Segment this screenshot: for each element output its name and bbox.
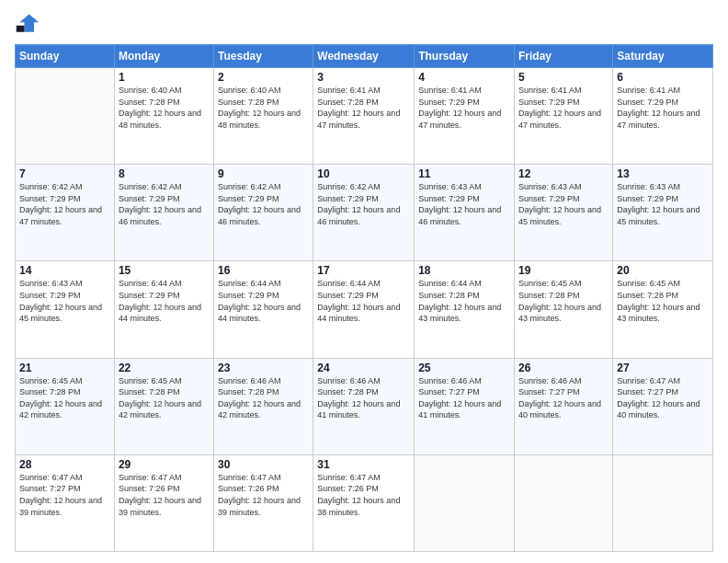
day-header-row: SundayMondayTuesdayWednesdayThursdayFrid… — [16, 45, 713, 68]
cell-day-number: 24 — [317, 362, 410, 374]
calendar-cell: 23 Sunrise: 6:46 AMSunset: 7:28 PMDaylig… — [214, 358, 313, 454]
calendar-cell: 19 Sunrise: 6:45 AMSunset: 7:28 PMDaylig… — [515, 261, 613, 358]
calendar-cell: 8 Sunrise: 6:42 AMSunset: 7:29 PMDayligh… — [114, 165, 213, 261]
calendar-body: 1 Sunrise: 6:40 AMSunset: 7:28 PMDayligh… — [16, 68, 713, 552]
calendar-cell: 15 Sunrise: 6:44 AMSunset: 7:29 PMDaylig… — [114, 261, 213, 358]
calendar-cell: 20 Sunrise: 6:45 AMSunset: 7:28 PMDaylig… — [613, 261, 713, 358]
cell-day-number: 11 — [418, 167, 510, 180]
calendar-cell: 7 Sunrise: 6:42 AMSunset: 7:29 PMDayligh… — [16, 165, 115, 261]
cell-day-number: 18 — [418, 264, 510, 277]
cell-day-number: 17 — [317, 264, 410, 277]
calendar-cell: 16 Sunrise: 6:44 AMSunset: 7:29 PMDaylig… — [214, 261, 313, 358]
calendar-table: SundayMondayTuesdayWednesdayThursdayFrid… — [15, 44, 713, 552]
cell-day-number: 23 — [218, 362, 309, 374]
calendar-cell: 1 Sunrise: 6:40 AMSunset: 7:28 PMDayligh… — [114, 68, 213, 165]
cell-day-number: 2 — [218, 71, 309, 84]
cell-day-number: 29 — [119, 458, 210, 471]
calendar-cell: 10 Sunrise: 6:42 AMSunset: 7:29 PMDaylig… — [313, 165, 415, 261]
cell-info: Sunrise: 6:45 AMSunset: 7:28 PMDaylight:… — [119, 375, 210, 421]
cell-info: Sunrise: 6:45 AMSunset: 7:28 PMDaylight:… — [617, 278, 709, 324]
calendar-cell: 24 Sunrise: 6:46 AMSunset: 7:28 PMDaylig… — [313, 358, 415, 454]
cell-info: Sunrise: 6:47 AMSunset: 7:26 PMDaylight:… — [317, 472, 410, 518]
cell-info: Sunrise: 6:41 AMSunset: 7:29 PMDaylight:… — [418, 85, 510, 131]
cell-day-number: 16 — [218, 264, 309, 277]
calendar-cell — [415, 454, 515, 551]
cell-info: Sunrise: 6:47 AMSunset: 7:27 PMDaylight:… — [617, 375, 709, 421]
cell-info: Sunrise: 6:44 AMSunset: 7:28 PMDaylight:… — [418, 278, 510, 324]
cell-day-number: 9 — [218, 167, 309, 180]
cell-info: Sunrise: 6:42 AMSunset: 7:29 PMDaylight:… — [119, 181, 210, 227]
cell-info: Sunrise: 6:45 AMSunset: 7:28 PMDaylight:… — [518, 278, 609, 324]
calendar-cell: 30 Sunrise: 6:47 AMSunset: 7:26 PMDaylig… — [214, 454, 313, 551]
cell-day-number: 12 — [518, 167, 609, 180]
cell-day-number: 21 — [19, 362, 110, 374]
calendar-cell: 9 Sunrise: 6:42 AMSunset: 7:29 PMDayligh… — [214, 165, 313, 261]
calendar-cell — [515, 454, 613, 551]
cell-day-number: 15 — [119, 264, 210, 277]
day-header-thursday: Thursday — [415, 45, 515, 68]
cell-day-number: 1 — [119, 71, 210, 84]
page: SundayMondayTuesdayWednesdayThursdayFrid… — [0, 0, 728, 563]
week-row-0: 1 Sunrise: 6:40 AMSunset: 7:28 PMDayligh… — [16, 68, 713, 165]
calendar-cell — [613, 454, 713, 551]
calendar-cell: 26 Sunrise: 6:46 AMSunset: 7:27 PMDaylig… — [515, 358, 613, 454]
cell-info: Sunrise: 6:40 AMSunset: 7:28 PMDaylight:… — [119, 85, 210, 131]
cell-info: Sunrise: 6:47 AMSunset: 7:27 PMDaylight:… — [19, 472, 110, 518]
cell-info: Sunrise: 6:41 AMSunset: 7:28 PMDaylight:… — [317, 85, 410, 131]
calendar-cell: 31 Sunrise: 6:47 AMSunset: 7:26 PMDaylig… — [313, 454, 415, 551]
calendar-cell: 11 Sunrise: 6:43 AMSunset: 7:29 PMDaylig… — [415, 165, 515, 261]
day-header-wednesday: Wednesday — [313, 45, 415, 68]
calendar-cell — [16, 68, 115, 165]
day-header-monday: Monday — [114, 45, 213, 68]
calendar-cell: 17 Sunrise: 6:44 AMSunset: 7:29 PMDaylig… — [313, 261, 415, 358]
calendar-cell: 4 Sunrise: 6:41 AMSunset: 7:29 PMDayligh… — [415, 68, 515, 165]
calendar-cell: 21 Sunrise: 6:45 AMSunset: 7:28 PMDaylig… — [16, 358, 115, 454]
calendar-cell: 22 Sunrise: 6:45 AMSunset: 7:28 PMDaylig… — [114, 358, 213, 454]
cell-info: Sunrise: 6:44 AMSunset: 7:29 PMDaylight:… — [317, 278, 410, 324]
cell-info: Sunrise: 6:46 AMSunset: 7:28 PMDaylight:… — [218, 375, 309, 421]
cell-day-number: 3 — [317, 71, 410, 84]
cell-info: Sunrise: 6:42 AMSunset: 7:29 PMDaylight:… — [218, 181, 309, 227]
cell-info: Sunrise: 6:46 AMSunset: 7:27 PMDaylight:… — [518, 375, 609, 421]
calendar-cell: 5 Sunrise: 6:41 AMSunset: 7:29 PMDayligh… — [515, 68, 613, 165]
cell-day-number: 27 — [617, 362, 709, 374]
week-row-4: 28 Sunrise: 6:47 AMSunset: 7:27 PMDaylig… — [16, 454, 713, 551]
calendar-cell: 2 Sunrise: 6:40 AMSunset: 7:28 PMDayligh… — [214, 68, 313, 165]
cell-info: Sunrise: 6:46 AMSunset: 7:28 PMDaylight:… — [317, 375, 410, 421]
calendar-cell: 18 Sunrise: 6:44 AMSunset: 7:28 PMDaylig… — [415, 261, 515, 358]
cell-day-number: 5 — [518, 71, 609, 84]
calendar-cell: 6 Sunrise: 6:41 AMSunset: 7:29 PMDayligh… — [613, 68, 713, 165]
cell-day-number: 4 — [418, 71, 510, 84]
cell-day-number: 8 — [119, 167, 210, 180]
cell-day-number: 20 — [617, 264, 709, 277]
day-header-tuesday: Tuesday — [214, 45, 313, 68]
calendar-cell: 14 Sunrise: 6:43 AMSunset: 7:29 PMDaylig… — [16, 261, 115, 358]
cell-day-number: 31 — [317, 458, 410, 471]
logo — [15, 11, 44, 37]
cell-info: Sunrise: 6:40 AMSunset: 7:28 PMDaylight:… — [218, 85, 309, 131]
calendar-cell: 28 Sunrise: 6:47 AMSunset: 7:27 PMDaylig… — [16, 454, 115, 551]
cell-day-number: 6 — [617, 71, 709, 84]
cell-day-number: 13 — [617, 167, 709, 180]
cell-day-number: 26 — [518, 362, 609, 374]
day-header-saturday: Saturday — [613, 45, 713, 68]
svg-rect-2 — [17, 26, 25, 32]
cell-day-number: 14 — [19, 264, 110, 277]
cell-info: Sunrise: 6:44 AMSunset: 7:29 PMDaylight:… — [119, 278, 210, 324]
calendar-cell: 3 Sunrise: 6:41 AMSunset: 7:28 PMDayligh… — [313, 68, 415, 165]
calendar-header: SundayMondayTuesdayWednesdayThursdayFrid… — [16, 45, 713, 68]
calendar-cell: 25 Sunrise: 6:46 AMSunset: 7:27 PMDaylig… — [415, 358, 515, 454]
cell-info: Sunrise: 6:43 AMSunset: 7:29 PMDaylight:… — [518, 181, 609, 227]
cell-day-number: 10 — [317, 167, 410, 180]
cell-day-number: 25 — [418, 362, 510, 374]
day-header-sunday: Sunday — [16, 45, 115, 68]
cell-info: Sunrise: 6:42 AMSunset: 7:29 PMDaylight:… — [317, 181, 410, 227]
cell-day-number: 7 — [19, 167, 110, 180]
cell-info: Sunrise: 6:44 AMSunset: 7:29 PMDaylight:… — [218, 278, 309, 324]
cell-info: Sunrise: 6:42 AMSunset: 7:29 PMDaylight:… — [19, 181, 110, 227]
header — [15, 11, 713, 37]
calendar-cell: 27 Sunrise: 6:47 AMSunset: 7:27 PMDaylig… — [613, 358, 713, 454]
week-row-3: 21 Sunrise: 6:45 AMSunset: 7:28 PMDaylig… — [16, 358, 713, 454]
cell-info: Sunrise: 6:41 AMSunset: 7:29 PMDaylight:… — [617, 85, 709, 131]
cell-info: Sunrise: 6:46 AMSunset: 7:27 PMDaylight:… — [418, 375, 510, 421]
